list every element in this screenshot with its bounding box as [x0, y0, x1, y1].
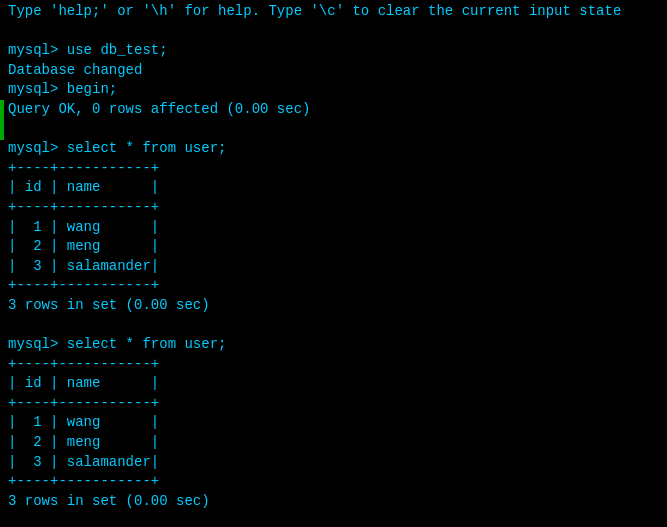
line-rows2: 3 rows in set (0.00 sec)	[8, 492, 659, 512]
line-row2-2: | 2 | meng |	[8, 433, 659, 453]
line-table-top2: +----+-----------+	[8, 355, 659, 375]
line-row1-3: | 3 | salamander|	[8, 257, 659, 277]
line-blank4	[8, 511, 659, 527]
line-header: Type 'help;' or '\h' for help. Type '\c'…	[8, 2, 659, 22]
line-row1-1: | 1 | wang |	[8, 218, 659, 238]
line-table-header1: | id | name |	[8, 178, 659, 198]
left-accent	[0, 100, 4, 140]
line-blank3	[8, 316, 659, 336]
line-row2-3: | 3 | salamander|	[8, 453, 659, 473]
line-table-header2: | id | name |	[8, 374, 659, 394]
line-blank2	[8, 120, 659, 140]
terminal-content: Type 'help;' or '\h' for help. Type '\c'…	[0, 0, 667, 527]
line-db-changed: Database changed	[8, 61, 659, 81]
line-select1: mysql> select * from user;	[8, 139, 659, 159]
line-blank1	[8, 22, 659, 42]
line-table-bottom1: +----+-----------+	[8, 276, 659, 296]
line-table-top1: +----+-----------+	[8, 159, 659, 179]
line-select2: mysql> select * from user;	[8, 335, 659, 355]
line-begin: mysql> begin;	[8, 80, 659, 100]
line-row2-1: | 1 | wang |	[8, 413, 659, 433]
line-table-sep1: +----+-----------+	[8, 198, 659, 218]
line-table-bottom2: +----+-----------+	[8, 472, 659, 492]
line-use-db: mysql> use db_test;	[8, 41, 659, 61]
line-table-sep2: +----+-----------+	[8, 394, 659, 414]
terminal-window: Type 'help;' or '\h' for help. Type '\c'…	[0, 0, 667, 527]
line-row1-2: | 2 | meng |	[8, 237, 659, 257]
line-query-ok: Query OK, 0 rows affected (0.00 sec)	[8, 100, 659, 120]
line-rows1: 3 rows in set (0.00 sec)	[8, 296, 659, 316]
